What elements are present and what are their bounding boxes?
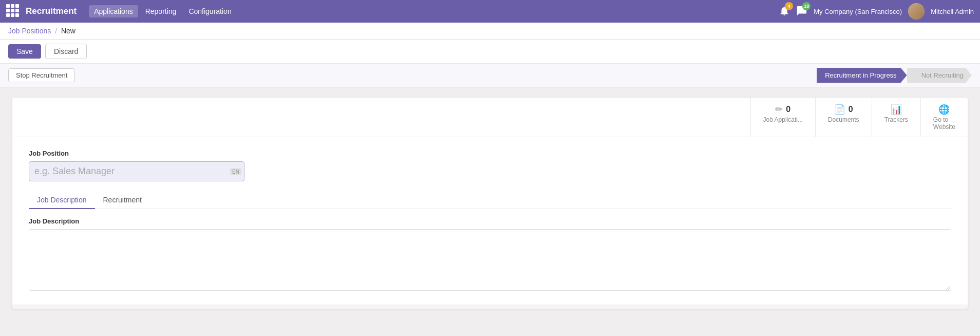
document-icon: 📄 [834, 104, 845, 115]
notification-bell[interactable]: 4 [779, 5, 790, 18]
status-stages: Recruitment in Progress Not Recruiting [817, 68, 972, 83]
edit-icon: ✏ [775, 104, 783, 115]
message-icon[interactable]: 18 [796, 5, 807, 18]
documents-count: 0 [849, 105, 853, 114]
go-to-website-label: Go toWebsite [933, 116, 955, 130]
job-applications-button[interactable]: ✏ 0 Job Applicati... [750, 98, 815, 137]
admin-name[interactable]: Mitchell Admin [931, 8, 974, 15]
app-grid-icon[interactable] [6, 4, 21, 18]
tab-job-description[interactable]: Job Description [29, 192, 95, 209]
tab-recruitment[interactable]: Recruitment [95, 192, 150, 209]
go-to-website-button[interactable]: 🌐 Go toWebsite [920, 98, 968, 137]
stage-not-recruiting[interactable]: Not Recruiting [907, 68, 972, 83]
smart-buttons: ✏ 0 Job Applicati... 📄 0 Documents 📊 Tra… [12, 98, 968, 137]
message-count: 18 [802, 2, 811, 10]
trackers-button[interactable]: 📊 Trackers [872, 98, 920, 137]
main-content: ✏ 0 Job Applicati... 📄 0 Documents 📊 Tra… [0, 87, 980, 319]
nav-applications[interactable]: Applications [89, 5, 138, 17]
trackers-label: Trackers [884, 116, 908, 123]
nav-configuration[interactable]: Configuration [183, 5, 236, 17]
top-navigation: Recruitment Applications Reporting Confi… [0, 0, 980, 23]
app-title: Recruitment [26, 6, 77, 16]
company-name[interactable]: My Company (San Francisco) [814, 8, 902, 15]
save-button[interactable]: Save [8, 44, 41, 59]
breadcrumb-current: New [61, 27, 76, 35]
breadcrumb-parent[interactable]: Job Positions [8, 27, 51, 35]
discard-button[interactable]: Discard [45, 44, 87, 59]
website-icon: 🌐 [938, 104, 950, 115]
breadcrumb: Job Positions / New [0, 23, 980, 40]
nav-links: Applications Reporting Configuration [89, 5, 779, 17]
trackers-icon: 📊 [891, 104, 902, 115]
documents-label: Documents [828, 116, 859, 123]
documents-button[interactable]: 📄 0 Documents [815, 98, 872, 137]
breadcrumb-separator: / [55, 27, 57, 35]
stop-recruitment-button[interactable]: Stop Recruitment [8, 68, 75, 82]
job-position-wrapper: EN [29, 161, 244, 181]
stage-recruitment-in-progress[interactable]: Recruitment in Progress [817, 68, 907, 83]
job-position-label: Job Position [29, 150, 951, 157]
job-description-section-label: Job Description [29, 217, 951, 225]
job-applications-label: Job Applicati... [763, 116, 803, 123]
form-card: ✏ 0 Job Applicati... 📄 0 Documents 📊 Tra… [12, 98, 968, 309]
action-bar: Save Discard [0, 40, 980, 64]
resize-handle[interactable]: · · · [12, 305, 968, 309]
tabs-bar: Job Description Recruitment [29, 192, 951, 209]
job-position-input[interactable] [29, 161, 244, 181]
form-body: Job Position EN Job Description Recruitm… [12, 137, 968, 305]
status-bar: Stop Recruitment Recruitment in Progress… [0, 64, 980, 87]
avatar[interactable] [908, 3, 925, 20]
job-applications-count: 0 [786, 105, 790, 114]
nav-right: 4 18 My Company (San Francisco) Mitchell… [779, 3, 974, 20]
notification-count: 4 [785, 2, 793, 10]
en-badge: EN [230, 168, 241, 175]
resize-dots-icon: · · · [484, 304, 496, 309]
job-description-textarea[interactable] [29, 229, 951, 291]
nav-reporting[interactable]: Reporting [140, 5, 182, 17]
